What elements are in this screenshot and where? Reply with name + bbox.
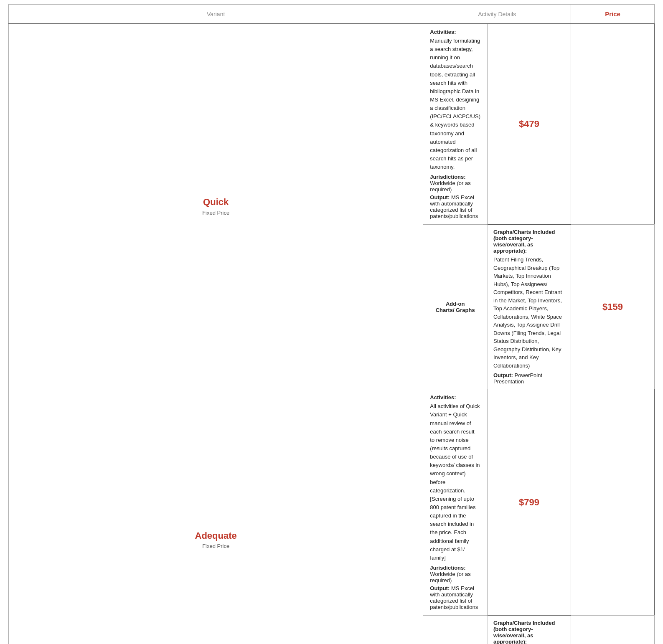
main-activity-cell: Activities:Manually formulating a search… [423,24,488,225]
variant-sub: Fixed Price [14,210,418,216]
variant-sub: Fixed Price [14,543,418,549]
activity-text: All activities of Quick Variant + Quick … [430,402,480,562]
addon-detail-cell: Graphs/Charts Included (both category-wi… [488,225,571,389]
addon-price-cell: $199 [571,615,655,644]
variant-name: Quick [14,197,418,208]
main-activity-cell: Activities:All activities of Quick Varia… [423,389,488,616]
graphs-text: Patent Filing Trends, Geographical Break… [493,256,565,370]
addon-detail-cell: Graphs/Charts Included (both category-wi… [488,615,571,644]
addon-name-cell: Add-on Charts/ Graphs [423,615,488,644]
variant-cell: AdequateFixed Price [9,389,423,644]
variant-main-row: QuickFixed PriceActivities:Manually form… [9,24,655,225]
variant-name: Adequate [14,530,418,541]
main-price-cell: $479 [488,24,571,225]
variant-header: Variant [9,5,423,24]
activity-header: Activity Details [423,5,571,24]
addon-price-cell: $159 [571,225,655,389]
jurisdictions: Jurisdictions: Worldwide (or as required… [430,174,480,193]
activity-text: Manually formulating a search strategy, … [430,37,480,171]
activities-label: Activities: [430,394,480,401]
addon-name-cell: Add-on Charts/ Graphs [423,225,488,389]
activities-label: Activities: [430,29,480,35]
graphs-label: Graphs/Charts Included (both category-wi… [493,229,565,254]
addon-output: Output: PowerPoint Presentation [493,372,565,385]
price-header: Price [571,5,655,24]
jurisdictions: Jurisdictions: Worldwide (or as required… [430,565,480,583]
main-price-cell: $799 [488,389,571,616]
graphs-label: Graphs/Charts Included (both category-wi… [493,620,565,644]
output: Output: MS Excel with automatically cate… [430,194,480,219]
pricing-table-wrapper: Variant Activity Details Price QuickFixe… [0,0,663,644]
variant-cell: QuickFixed Price [9,24,423,389]
table-header-row: Variant Activity Details Price [9,5,655,24]
pricing-table: Variant Activity Details Price QuickFixe… [8,4,655,644]
output: Output: MS Excel with automatically cate… [430,585,480,610]
variant-main-row: AdequateFixed PriceActivities:All activi… [9,389,655,616]
